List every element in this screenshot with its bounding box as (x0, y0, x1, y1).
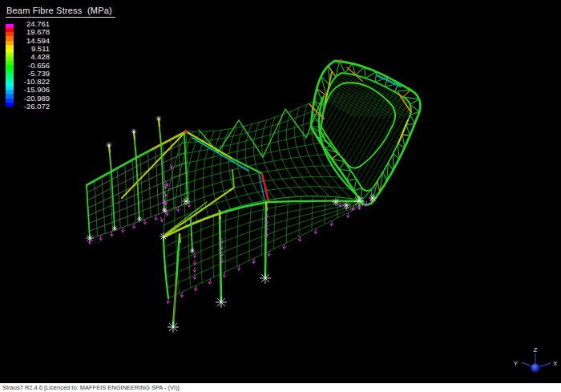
fe-model[interactable] (87, 32, 535, 333)
legend-value: -26.072 (16, 103, 50, 111)
axis-triad: YZX (514, 346, 558, 373)
stress-legend: Beam Fibre Stress (MPa) 24.76119.67814.5… (3, 2, 125, 116)
legend-value: -15.906 (16, 86, 50, 94)
viewport[interactable]: YZX Beam Fibre Stress (MPa) 24.76119.678… (0, 0, 561, 383)
axis-label-z: Z (534, 346, 538, 354)
legend-value: -0.656 (16, 62, 50, 70)
axis-label-x: X (553, 360, 558, 367)
legend-title: Beam Fibre Stress (MPa) (6, 5, 115, 18)
legend-value: 4.428 (16, 53, 50, 61)
restraint-arrows (88, 164, 373, 303)
axis-label-y: Y (514, 360, 519, 367)
status-bar: Straus7 R2.4.6 [Licenced to: MAFFEIS ENG… (0, 383, 561, 392)
axis-origin-sphere (531, 364, 540, 373)
back-wall (87, 119, 189, 239)
straus7-window: YZX Beam Fibre Stress (MPa) 24.76119.678… (0, 0, 561, 392)
ring-truss (311, 59, 420, 205)
legend-value: 19.678 (16, 28, 50, 36)
legend-colorbar (6, 24, 14, 107)
colorbar-segment (6, 103, 14, 107)
